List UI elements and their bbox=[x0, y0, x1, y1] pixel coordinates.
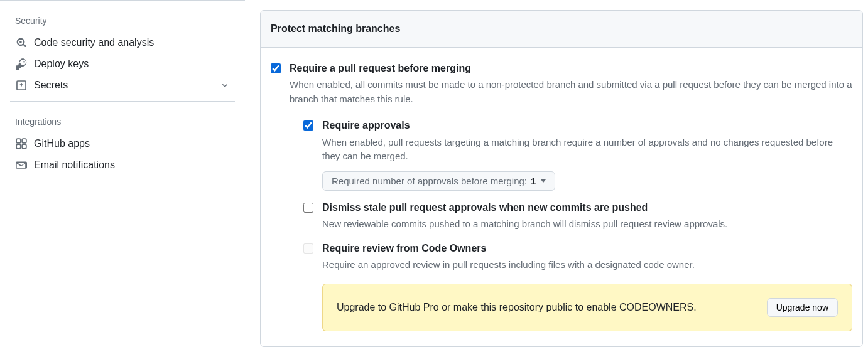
sidebar-heading-security: Security bbox=[10, 6, 235, 32]
option-title: Require a pull request before merging bbox=[290, 61, 852, 75]
main-content: Protect matching branches Require a pull… bbox=[245, 0, 868, 347]
sidebar-item-label: Deploy keys bbox=[34, 58, 89, 70]
option-title: Require approvals bbox=[322, 119, 852, 132]
sidebar-item-github-apps[interactable]: GitHub apps bbox=[10, 133, 235, 154]
option-require-approvals: Require approvals When enabled, pull req… bbox=[303, 119, 852, 190]
dropdown-value: 1 bbox=[531, 176, 536, 186]
option-dismiss-stale: Dismiss stale pull request approvals whe… bbox=[303, 201, 852, 232]
chevron-down-icon bbox=[220, 80, 230, 90]
sidebar-item-deploy-keys[interactable]: Deploy keys bbox=[10, 53, 235, 75]
option-description: New reviewable commits pushed to a match… bbox=[322, 217, 852, 232]
sidebar-item-label: Code security and analysis bbox=[34, 37, 154, 48]
dismiss-stale-checkbox[interactable] bbox=[303, 203, 313, 213]
require-approvals-checkbox[interactable] bbox=[303, 120, 313, 131]
option-code-owners: Require review from Code Owners Require … bbox=[303, 242, 852, 331]
option-description: Require an approved review in pull reque… bbox=[322, 258, 852, 272]
codeowners-upsell-banner: Upgrade to GitHub Pro or make this repos… bbox=[322, 284, 852, 331]
require-pr-checkbox[interactable] bbox=[271, 63, 281, 73]
mail-icon bbox=[15, 159, 28, 171]
key-icon bbox=[15, 58, 28, 70]
sidebar-item-code-security[interactable]: Code security and analysis bbox=[10, 32, 235, 53]
option-description: When enabled, all commits must be made t… bbox=[290, 78, 852, 106]
protect-branches-panel: Protect matching branches Require a pull… bbox=[260, 10, 863, 347]
dropdown-prefix: Required number of approvals before merg… bbox=[332, 176, 527, 186]
option-description: When enabled, pull requests targeting a … bbox=[322, 136, 852, 164]
sidebar-item-label: GitHub apps bbox=[34, 138, 90, 149]
caret-down-icon bbox=[541, 179, 546, 183]
sidebar-item-secrets[interactable]: Secrets bbox=[10, 75, 235, 96]
sidebar-heading-integrations: Integrations bbox=[10, 107, 235, 133]
required-approvals-dropdown[interactable]: Required number of approvals before merg… bbox=[322, 171, 555, 191]
option-require-pull-request: Require a pull request before merging Wh… bbox=[271, 61, 852, 106]
apps-icon bbox=[15, 138, 28, 149]
sidebar-item-email-notifications[interactable]: Email notifications bbox=[10, 154, 235, 176]
code-scan-icon bbox=[15, 37, 28, 48]
settings-sidebar: Security Code security and analysis Depl… bbox=[0, 0, 245, 347]
sidebar-item-label: Email notifications bbox=[34, 159, 115, 171]
panel-heading: Protect matching branches bbox=[261, 11, 862, 48]
code-owners-checkbox bbox=[303, 243, 313, 254]
option-title: Dismiss stale pull request approvals whe… bbox=[322, 201, 852, 215]
upgrade-now-button[interactable]: Upgrade now bbox=[767, 298, 838, 317]
secrets-icon bbox=[15, 80, 28, 91]
sidebar-item-label: Secrets bbox=[34, 80, 68, 91]
option-title: Require review from Code Owners bbox=[322, 242, 852, 255]
upsell-text: Upgrade to GitHub Pro or make this repos… bbox=[337, 302, 697, 313]
